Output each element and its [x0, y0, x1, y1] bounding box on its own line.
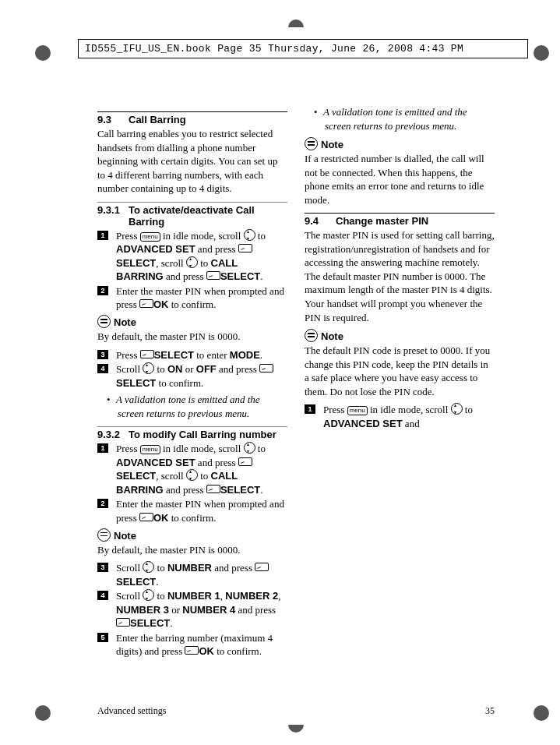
menu-key-icon: menu — [140, 445, 160, 454]
step: 1Press menu in idle mode, scroll to ADVA… — [305, 403, 495, 430]
scroll-key-icon — [143, 362, 154, 374]
scroll-key-icon — [451, 403, 463, 415]
softkey-icon — [206, 271, 220, 280]
step: 5Enter the barring number (maximum 4 dig… — [97, 631, 287, 658]
note-icon — [305, 137, 318, 150]
para: Call barring enables you to restrict sel… — [97, 127, 287, 196]
softkey-icon — [255, 563, 269, 571]
softkey-icon — [185, 646, 199, 655]
softkey-icon — [139, 513, 153, 521]
crop-mark — [35, 45, 51, 61]
footer-section: Advanced settings — [97, 705, 166, 717]
page-content: 9.3Call Barring Call barring enables you… — [97, 105, 495, 705]
softkey-icon — [238, 244, 252, 252]
softkey-icon — [259, 364, 273, 372]
note-heading: Note — [97, 528, 287, 542]
para: The master PIN is used for setting call … — [305, 228, 495, 324]
softkey-icon — [140, 350, 154, 358]
sub-bullet: •A validation tone is emitted and the sc… — [325, 105, 495, 132]
step: 1Press menu in idle mode, scroll to ADVA… — [97, 229, 287, 284]
note-icon — [97, 528, 111, 542]
crop-mark — [35, 705, 51, 721]
note-heading: Note — [97, 315, 287, 328]
scroll-key-icon — [186, 256, 198, 268]
step: 2Enter the master PIN when prompted and … — [97, 497, 287, 524]
step: 4Scroll to NUMBER 1, NUMBER 2, NUMBER 3 … — [97, 589, 287, 630]
step: 3Scroll to NUMBER and press SELECT. — [97, 561, 287, 588]
crop-mark — [534, 705, 549, 721]
softkey-icon — [206, 485, 220, 493]
sub-bullet: •A validation tone is emitted and the sc… — [118, 393, 287, 420]
page-number: 35 — [485, 705, 495, 717]
step: 3Press SELECT to enter MODE. — [97, 348, 287, 362]
heading-9-3-2: 9.3.2To modify Call Barring number — [97, 426, 287, 440]
heading-9-4: 9.4Change master PIN — [305, 213, 495, 227]
softkey-icon — [238, 457, 252, 466]
note-body: By default, the master PIN is 0000. — [97, 543, 287, 557]
crop-mark — [288, 19, 304, 27]
softkey-icon — [116, 618, 130, 627]
note-body: By default, the master PIN is 0000. — [97, 330, 287, 344]
step: 4Scroll to ON or OFF and press SELECT to… — [97, 362, 287, 390]
heading-9-3-1: 9.3.1To activate/deactivate Call Barring — [97, 202, 287, 228]
scroll-key-icon — [186, 469, 198, 481]
note-body: The default PIN code is preset to 0000. … — [305, 344, 495, 398]
crop-mark — [534, 45, 549, 61]
note-body: If a restricted number is dialled, the c… — [305, 152, 495, 207]
note-icon — [305, 329, 318, 342]
menu-key-icon: menu — [347, 406, 368, 415]
step: 1Press menu in idle mode, scroll to ADVA… — [97, 442, 287, 496]
note-icon — [97, 315, 111, 328]
softkey-icon — [139, 299, 153, 308]
crop-mark — [288, 725, 304, 733]
heading-9-3: 9.3Call Barring — [97, 111, 287, 125]
scroll-key-icon — [143, 561, 154, 573]
scroll-key-icon — [244, 442, 255, 454]
print-header: ID555_IFU_US_EN.book Page 35 Thursday, J… — [78, 39, 528, 58]
scroll-key-icon — [143, 589, 154, 601]
scroll-key-icon — [244, 229, 255, 241]
note-heading: Note — [305, 137, 495, 150]
note-heading: Note — [305, 329, 495, 342]
menu-key-icon: menu — [140, 232, 160, 242]
step: 2Enter the master PIN when prompted and … — [97, 284, 287, 312]
